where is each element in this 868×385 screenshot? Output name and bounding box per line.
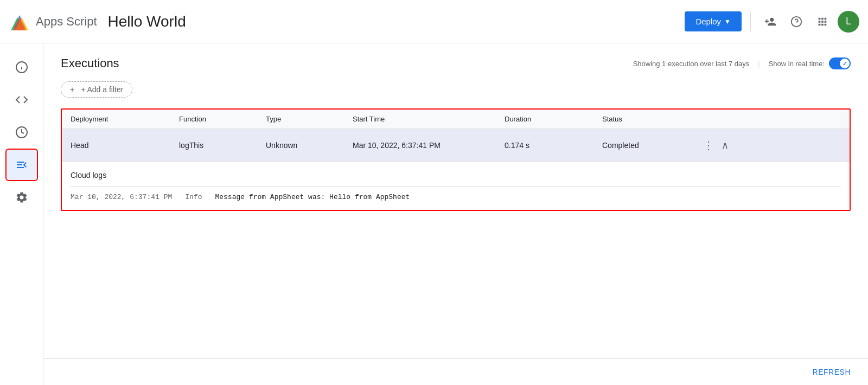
cloud-logs-section: Cloud logs Mar 10, 2022, 6:37:41 PM Info…: [62, 162, 850, 210]
sidebar-item-editor[interactable]: [7, 85, 37, 115]
page-title: Executions: [61, 56, 119, 70]
log-level: Info: [185, 193, 202, 201]
cell-start-time: Mar 10, 2022, 6:37:41 PM: [353, 141, 505, 150]
log-divider: [71, 186, 841, 187]
executions-table-container: Deployment Function Type Start Time Dura…: [61, 108, 851, 211]
code-icon: [15, 93, 28, 106]
collapse-icon[interactable]: ∧: [722, 139, 729, 151]
cloud-logs-title: Cloud logs: [71, 171, 841, 179]
add-person-icon: [764, 16, 776, 28]
cell-type: Unknown: [266, 141, 353, 150]
app-header: Apps Script Hello World Deploy ▼ L: [0, 0, 868, 43]
app-name-label: Apps Script: [36, 15, 97, 29]
sidebar-item-overview[interactable]: [7, 52, 37, 82]
add-filter-plus-icon: +: [70, 85, 74, 94]
col-status: Status: [602, 115, 700, 123]
col-deployment: Deployment: [71, 115, 179, 123]
realtime-label: Show in real time:: [769, 60, 825, 68]
col-function: Function: [179, 115, 266, 123]
content-footer: REFRESH: [43, 358, 868, 385]
header-info-area: Showing 1 execution over last 7 days | S…: [633, 57, 851, 69]
help-button[interactable]: [786, 11, 807, 33]
help-icon: [790, 16, 802, 28]
header-actions: Deploy ▼ L: [685, 11, 859, 33]
row-actions: ⋮ ∧: [700, 138, 732, 153]
pipe-divider: |: [758, 60, 760, 68]
sidebar-item-executions[interactable]: [7, 150, 37, 180]
col-duration: Duration: [505, 115, 602, 123]
user-avatar[interactable]: L: [838, 11, 859, 33]
toggle-thumb: ✓: [840, 59, 850, 68]
table-row: Head logThis Unknown Mar 10, 2022, 6:37:…: [62, 129, 850, 162]
clock-icon: [15, 126, 28, 139]
log-message: Message from AppSheet was: Hello from Ap…: [215, 193, 410, 201]
realtime-toggle[interactable]: ✓: [829, 57, 851, 69]
col-start-time: Start Time: [353, 115, 505, 123]
sidebar-item-triggers[interactable]: [7, 117, 37, 147]
project-name-label: Hello World: [108, 13, 186, 30]
executions-icon: [15, 158, 28, 171]
table-header-row: Deployment Function Type Start Time Dura…: [62, 110, 850, 129]
google-apps-button[interactable]: [812, 11, 833, 33]
deploy-button[interactable]: Deploy ▼: [685, 11, 742, 31]
add-filter-label: + Add a filter: [81, 85, 123, 94]
filter-bar: + + Add a filter: [61, 81, 851, 98]
apps-script-logo-icon: [9, 11, 30, 33]
sidebar-item-settings[interactable]: [7, 182, 37, 213]
cell-duration: 0.174 s: [505, 141, 602, 150]
logo-area: Apps Script: [9, 11, 108, 33]
add-filter-button[interactable]: + + Add a filter: [61, 81, 132, 98]
add-collaborator-button[interactable]: [760, 11, 781, 33]
main-layout: Executions Showing 1 execution over last…: [0, 43, 868, 385]
showing-info-text: Showing 1 execution over last 7 days: [633, 60, 750, 68]
sidebar: [0, 43, 43, 385]
settings-icon: [15, 191, 28, 204]
grid-icon: [816, 16, 828, 28]
realtime-toggle-area: Show in real time: ✓: [769, 57, 851, 69]
executions-content: Executions Showing 1 execution over last…: [43, 43, 868, 358]
cell-deployment: Head: [71, 141, 179, 150]
deploy-chevron-icon: ▼: [724, 18, 731, 25]
content-header: Executions Showing 1 execution over last…: [61, 56, 851, 70]
header-divider: [750, 12, 751, 31]
col-type: Type: [266, 115, 353, 123]
content-area: Executions Showing 1 execution over last…: [43, 43, 868, 385]
cell-status: Completed: [602, 141, 700, 150]
log-entry: Mar 10, 2022, 6:37:41 PM Info Message fr…: [71, 193, 841, 201]
more-options-button[interactable]: ⋮: [700, 138, 717, 153]
toggle-check-icon: ✓: [843, 61, 847, 67]
log-timestamp: Mar 10, 2022, 6:37:41 PM: [71, 193, 172, 201]
col-actions: [700, 115, 732, 123]
cell-function: logThis: [179, 141, 266, 150]
refresh-button[interactable]: REFRESH: [813, 368, 851, 376]
info-icon: [15, 61, 28, 74]
